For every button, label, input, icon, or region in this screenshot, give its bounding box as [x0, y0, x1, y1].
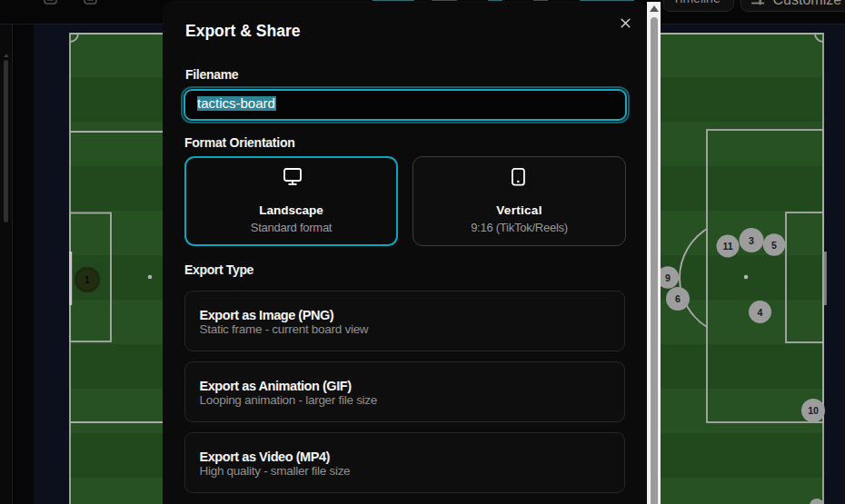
svg-text:6: 6 [675, 293, 681, 304]
svg-text:Timeline: Timeline [672, 0, 721, 5]
svg-text:11: 11 [722, 241, 732, 252]
svg-text:1: 1 [84, 274, 90, 285]
svg-text:4: 4 [758, 307, 763, 318]
svg-text:5: 5 [771, 240, 777, 251]
svg-text:9: 9 [665, 272, 671, 283]
svg-text:Customize: Customize [773, 0, 842, 7]
svg-text:10: 10 [808, 405, 819, 416]
svg-text:3: 3 [749, 235, 754, 246]
